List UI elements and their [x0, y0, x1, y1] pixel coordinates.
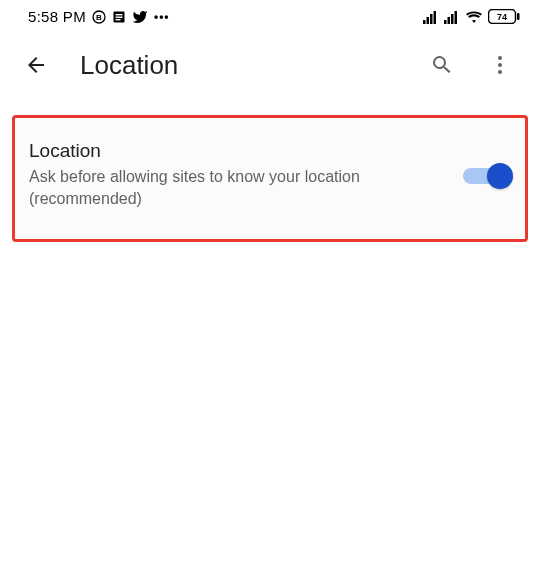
page-title: Location [80, 50, 402, 81]
svg-rect-15 [517, 13, 520, 20]
header-actions [422, 45, 524, 85]
setting-title: Location [29, 140, 453, 162]
battery-level: 74 [497, 12, 507, 22]
battery-icon: 74 [488, 9, 520, 24]
location-toggle[interactable] [463, 162, 509, 188]
more-vert-icon [488, 53, 512, 77]
toggle-thumb [487, 163, 513, 189]
svg-rect-9 [434, 11, 437, 24]
svg-rect-11 [448, 17, 451, 24]
status-bar: 5:58 PM B ••• 74 [0, 0, 540, 31]
app-header: Location [0, 31, 540, 101]
svg-point-18 [498, 70, 502, 74]
back-button[interactable] [16, 45, 56, 85]
svg-rect-5 [115, 19, 120, 20]
signal-icon-2 [444, 10, 460, 24]
svg-rect-7 [427, 17, 430, 24]
svg-rect-10 [444, 20, 447, 24]
setting-description: Ask before allowing sites to know your l… [29, 166, 419, 209]
status-left: 5:58 PM B ••• [28, 8, 170, 25]
setting-text: Location Ask before allowing sites to kn… [29, 140, 453, 209]
svg-rect-12 [451, 14, 454, 24]
wifi-icon [465, 10, 483, 24]
status-time: 5:58 PM [28, 8, 86, 25]
svg-rect-6 [423, 20, 426, 24]
b-circle-icon: B [92, 10, 106, 24]
more-options-button[interactable] [480, 45, 520, 85]
svg-rect-13 [455, 11, 458, 24]
search-button[interactable] [422, 45, 462, 85]
svg-rect-4 [115, 16, 122, 17]
search-icon [430, 53, 454, 77]
svg-rect-8 [430, 14, 433, 24]
location-setting-row[interactable]: Location Ask before allowing sites to kn… [12, 115, 528, 242]
svg-point-17 [498, 63, 502, 67]
signal-icon-1 [423, 10, 439, 24]
arrow-left-icon [24, 53, 48, 77]
svg-text:B: B [96, 13, 102, 22]
svg-point-16 [498, 56, 502, 60]
more-notifications-icon: ••• [154, 10, 170, 24]
reader-icon [112, 10, 126, 24]
status-right: 74 [423, 9, 520, 24]
svg-rect-3 [115, 14, 122, 15]
twitter-icon [132, 9, 148, 25]
